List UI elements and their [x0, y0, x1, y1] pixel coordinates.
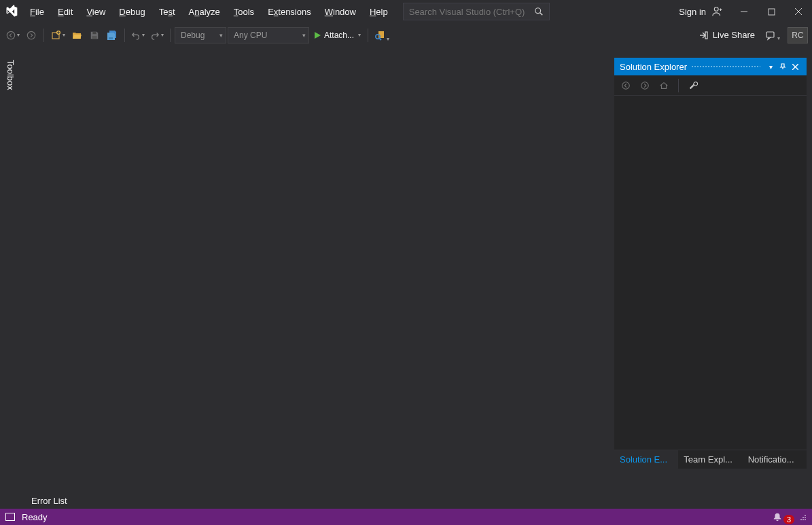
svg-point-29	[805, 515, 806, 516]
config-combo[interactable]: Debug	[175, 27, 226, 43]
separator	[124, 29, 125, 42]
tab-team-explorer[interactable]: Team Expl...	[678, 450, 742, 469]
search-box[interactable]	[403, 3, 550, 20]
menu-tools[interactable]: ToolsTools	[227, 0, 261, 23]
svg-point-25	[802, 519, 804, 520]
svg-line-1	[540, 13, 542, 16]
editor-area: Toolbox Solution Explorer ▾ Solution E..…	[0, 48, 812, 488]
menu-window[interactable]: WindowWindow	[318, 0, 363, 23]
svg-point-7	[7, 31, 14, 39]
back-icon[interactable]	[618, 78, 633, 93]
solution-explorer-title: Solution Explorer	[620, 62, 687, 72]
svg-rect-23	[6, 513, 15, 521]
properties-icon[interactable]	[686, 78, 701, 93]
new-project-button[interactable]: ▾	[48, 27, 67, 43]
nav-back-button[interactable]: ▾	[4, 27, 22, 43]
menu-test[interactable]: TestTest	[152, 0, 182, 23]
separator	[368, 29, 368, 42]
config-value: Debug	[181, 31, 205, 40]
svg-rect-4	[769, 9, 775, 15]
svg-rect-18	[766, 32, 774, 37]
toolbar: ▾ ▾ ▾ ▾ Debug Any CPU Attach... ▾ ▾ Live…	[0, 23, 812, 48]
grip-icon	[691, 65, 760, 69]
toolbox-tab[interactable]: Toolbox	[4, 57, 17, 93]
tab-solution-explorer[interactable]: Solution E...	[614, 450, 678, 469]
solution-explorer-panel: Solution Explorer ▾ Solution E... Team E…	[614, 58, 807, 469]
status-text: Ready	[22, 512, 48, 522]
error-list-tab[interactable]: Error List	[24, 493, 74, 509]
open-file-button[interactable]	[69, 27, 85, 43]
forward-icon[interactable]	[637, 78, 652, 93]
close-button[interactable]	[785, 0, 812, 23]
bell-icon	[773, 512, 782, 522]
separator	[678, 79, 679, 92]
solution-explorer-tree	[614, 96, 807, 450]
svg-rect-11	[92, 35, 97, 38]
minimize-button[interactable]	[730, 0, 758, 23]
menu-extensions[interactable]: ExtensionsExtensions	[261, 0, 318, 23]
window-position-icon[interactable]: ▾	[764, 63, 777, 71]
sign-in-label: Sign in	[679, 7, 706, 17]
live-share-label: Live Share	[713, 30, 755, 40]
save-button[interactable]	[86, 27, 103, 43]
user-icon	[711, 5, 724, 18]
sign-in-button[interactable]: Sign in	[672, 5, 730, 18]
play-icon	[313, 31, 321, 39]
vs-logo-icon	[0, 5, 23, 18]
search-input[interactable]	[409, 7, 534, 17]
svg-point-27	[800, 519, 802, 520]
separator	[43, 29, 44, 42]
svg-point-8	[27, 31, 35, 39]
close-icon[interactable]	[789, 64, 801, 70]
undo-button[interactable]: ▾	[129, 27, 147, 43]
rc-badge[interactable]: RC	[788, 27, 808, 43]
platform-value: Any CPU	[234, 31, 267, 40]
bottom-tabs: Error List	[0, 488, 812, 509]
menu-file[interactable]: FFileile	[23, 0, 51, 23]
home-icon[interactable]	[656, 78, 671, 93]
svg-line-16	[380, 38, 382, 40]
resize-grip-icon	[798, 513, 807, 521]
menu-analyze[interactable]: AnalyzeAnalyze	[182, 0, 227, 23]
notifications-button[interactable]: 3	[773, 512, 793, 522]
window-icon	[5, 513, 15, 521]
attach-label: Attach...	[324, 31, 354, 40]
svg-point-0	[535, 8, 540, 14]
search-icon	[534, 7, 544, 16]
status-bar: Ready 3	[0, 509, 812, 525]
separator	[170, 29, 171, 42]
solution-explorer-titlebar[interactable]: Solution Explorer ▾	[614, 58, 807, 75]
svg-point-21	[622, 82, 630, 89]
svg-rect-17	[705, 32, 707, 39]
svg-point-24	[805, 519, 806, 520]
tab-notifications[interactable]: Notificatio...	[743, 450, 807, 469]
svg-rect-12	[92, 31, 96, 34]
svg-point-22	[641, 82, 649, 89]
find-in-files-button[interactable]: ▾	[372, 27, 391, 43]
solution-explorer-toolbar	[614, 75, 807, 96]
notification-count: 3	[783, 515, 794, 524]
svg-point-26	[805, 517, 806, 518]
live-share-button[interactable]: Live Share	[691, 30, 762, 41]
start-attach-button[interactable]: Attach... ▾	[311, 27, 364, 43]
svg-point-2	[714, 7, 718, 12]
svg-point-28	[802, 517, 804, 518]
side-panel-tabs: Solution E... Team Expl... Notificatio..…	[614, 450, 807, 469]
nav-fwd-button[interactable]	[23, 27, 39, 43]
platform-combo[interactable]: Any CPU	[228, 27, 309, 43]
menu-help[interactable]: HelpHelp	[363, 0, 395, 23]
save-all-button[interactable]	[104, 27, 120, 43]
menu-debug[interactable]: DebugDebug	[112, 0, 152, 23]
redo-button[interactable]: ▾	[148, 27, 166, 43]
menu-edit[interactable]: EditEdit	[51, 0, 80, 23]
svg-rect-13	[109, 37, 113, 39]
share-icon	[698, 30, 709, 41]
menu-view[interactable]: ViewView	[80, 0, 112, 23]
pin-icon[interactable]	[777, 63, 789, 70]
feedback-button[interactable]: ▾	[763, 27, 782, 43]
menu-bar: FFileile EditEdit ViewView DebugDebug Te…	[23, 0, 395, 23]
title-bar: FFileile EditEdit ViewView DebugDebug Te…	[0, 0, 812, 23]
maximize-button[interactable]	[758, 0, 785, 23]
